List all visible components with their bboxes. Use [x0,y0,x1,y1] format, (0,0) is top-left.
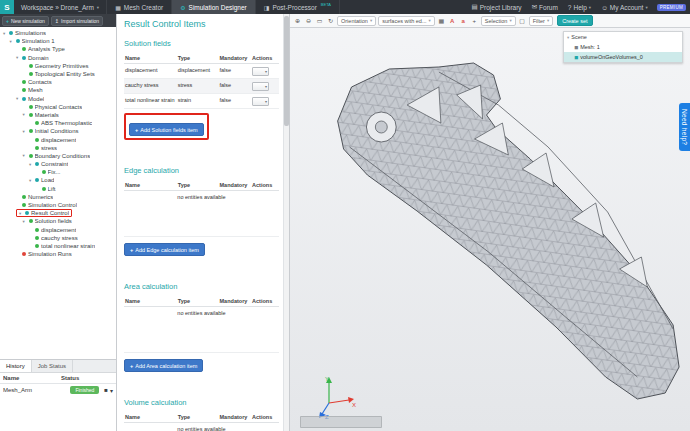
probe-icon[interactable]: + [470,16,479,26]
annotate-lower-icon[interactable]: a [459,16,468,26]
axis-y-label: Y [325,376,329,382]
forum-icon: ✉ [532,3,537,11]
column-header-type: Type [177,412,219,423]
simscale-logo[interactable]: S [0,0,14,14]
zoom-in-icon[interactable]: ⊕ [293,16,302,26]
scene-tree: ▾ Scene ◼ Mesh: 1 ◼ volumeOnGeoVolumes_0 [563,31,683,63]
tree-item-contacts[interactable]: Contacts [0,78,116,86]
status-dot [35,146,39,150]
tree-item-fix[interactable]: Fix... [0,168,116,176]
workspace-selector[interactable]: Workspace » Drone_Arm ▾ [14,0,107,14]
scene-root[interactable]: ▾ Scene [564,32,682,42]
zoom-out-icon[interactable]: ⊖ [304,16,313,26]
tree-item-topological-entity-sets[interactable]: Topological Entity Sets [0,70,116,78]
new-simulation-button[interactable]: + New simulation [2,16,49,26]
tree-item-stress[interactable]: stress [0,144,116,152]
tree-item-abs-thermoplastic[interactable]: ABS Thermoplastic [0,119,116,127]
tree-item-cauchy-stress[interactable]: cauchy stress [0,234,116,242]
caret-down-icon: ▾ [253,83,268,90]
table-row[interactable]: total nonlinear strainstrainfalse▾ [124,94,279,109]
scrollbar-thumb[interactable] [284,16,289,126]
history-row[interactable]: Mesh_Arm Finished ■ ▾ [0,384,116,396]
actions-dropdown[interactable]: ▾ [252,97,269,106]
status-dot [29,64,33,68]
tree-item-numerics[interactable]: Numerics [0,193,116,201]
nav-link-label: Help [573,4,586,11]
result-sections: Solution fieldsNameTypeMandatoryActionsd… [124,39,279,431]
dropdown-label: Selection [485,18,508,24]
scene-item-volume[interactable]: ◼ volumeOnGeoVolumes_0 [564,52,682,62]
actions-dropdown[interactable]: ▾ [252,82,269,91]
box-zoom-icon[interactable]: ▭ [315,16,324,26]
filter-dropdown[interactable]: Filter ▾ [529,16,554,26]
orientation-dropdown[interactable]: Orientation ▾ [337,16,376,26]
axis-x-label: X [352,402,356,408]
box-select-icon[interactable]: ▢ [518,16,527,26]
section-area-calculation: Area calculationNameTypeMandatoryActions… [124,282,279,372]
section-title: Edge calculation [124,166,279,175]
tree-item-simulations[interactable]: ▾Simulations [0,29,116,37]
cell-type: strain [177,94,219,109]
add-solution-fields-button[interactable]: +Add Solution fields item [129,123,204,136]
tab-post-processor[interactable]: ◨ Post-Processor BETA [256,0,340,14]
forum-link[interactable]: ✉ Forum [527,0,563,14]
tree-item-mesh[interactable]: Mesh [0,86,116,94]
scene-item-mesh[interactable]: ◼ Mesh: 1 [564,42,682,52]
tab-history[interactable]: History [0,360,32,372]
tree-item-displacement[interactable]: displacement [0,135,116,143]
tree-item-initial-conditions[interactable]: ▾Initial Conditions [0,127,116,135]
tree-item-lift[interactable]: Lift [0,185,116,193]
tree-item-total-nonlinear-strain[interactable]: total nonlinear strain [0,242,116,250]
tree-item-result-control[interactable]: ▾Result Control [0,209,116,217]
my-account-menu[interactable]: ☺ My Account ▾ [596,0,653,14]
create-set-button[interactable]: Create set [557,15,592,26]
reset-view-icon[interactable]: ↻ [326,16,335,26]
mesh-model[interactable] [290,27,690,431]
tab-simulation-designer[interactable]: ⚙ Simulation Designer [172,0,256,14]
need-help-tab[interactable]: Need help? [679,103,690,151]
tree-item-geometry-primitives[interactable]: Geometry Primitives [0,62,116,70]
viewport[interactable]: ⊕ ⊖ ▭ ↻ Orientation ▾ surfaces with ed..… [290,14,690,431]
tree-item-domain[interactable]: ▾Domain [0,54,116,62]
tab-job-status[interactable]: Job Status [32,360,73,372]
tree-item-analysis-type[interactable]: Analysis Type [0,45,116,53]
tree-item-boundary-conditions[interactable]: ▾Boundary Conditions [0,152,116,160]
tree-item-label: Load [41,177,54,183]
tree-item-model[interactable]: ▾Model [0,95,116,103]
panel-scrollbar[interactable] [283,14,289,431]
help-menu[interactable]: ? Help ▾ [563,0,596,14]
tree-item-simulation-control[interactable]: Simulation Control [0,201,116,209]
add-edge-calculation-button[interactable]: +Add Edge calculation item [124,243,205,256]
tree-item-label: Contacts [28,79,52,85]
tree-item-solution-fields[interactable]: ▾Solution fields [0,217,116,225]
section-title: Solution fields [124,39,279,48]
table-row[interactable]: displacementdisplacementfalse▾ [124,64,279,79]
add-area-calculation-button[interactable]: +Add Area calculation item [124,359,203,372]
tab-mesh-creator[interactable]: ▦ Mesh Creator [107,0,172,14]
status-dot [22,97,26,101]
column-header-type: Type [177,53,219,64]
set-name-input[interactable] [300,416,382,428]
actions-dropdown[interactable]: ▾ [252,67,269,76]
project-library-link[interactable]: ▤ Project Library [467,0,527,14]
dropdown-label: Filter [533,18,545,24]
tree-item-simulation-runs[interactable]: Simulation Runs [0,250,116,258]
annotate-caps-icon[interactable]: A [448,16,457,26]
tree-item-label: Boundary Conditions [35,153,91,159]
tree-item-materials[interactable]: ▾Materials [0,111,116,119]
tree-item-constraint[interactable]: ▾Constraint [0,160,116,168]
tree-item-load[interactable]: ▾Load [0,176,116,184]
tree-item-simulation-1[interactable]: ▾Simulation 1 [0,37,116,45]
table-row[interactable]: cauchy stressstressfalse▾ [124,79,279,94]
mesh-display-icon[interactable]: ▦ [437,16,446,26]
selection-dropdown[interactable]: Selection ▾ [481,16,516,26]
job-result-icon[interactable]: ■ [104,387,108,393]
import-simulation-button[interactable]: ↥ Import simulation [51,16,103,26]
tree-item-displacement[interactable]: displacement [0,226,116,234]
render-mode-dropdown[interactable]: surfaces with ed... ▾ [378,16,435,26]
tree-item-physical-contacts[interactable]: Physical Contacts [0,103,116,111]
tab-label: Mesh Creator [124,4,163,11]
premium-badge: PREMIUM [657,4,686,11]
status-dot [35,178,39,182]
job-menu-icon[interactable]: ▾ [110,387,113,394]
